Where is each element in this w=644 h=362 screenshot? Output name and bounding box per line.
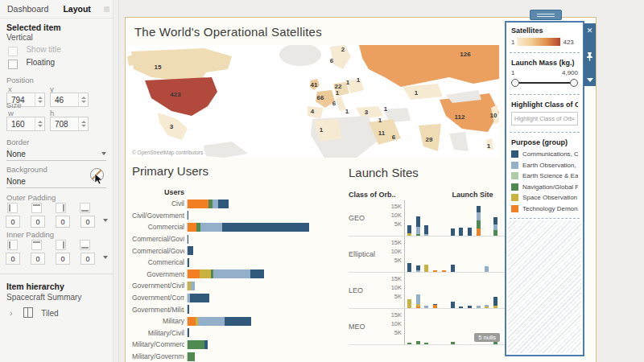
bar-segment-olive[interactable]: [407, 233, 411, 236]
pad-right-icon[interactable]: [56, 203, 66, 213]
primary-users-row[interactable]: Military: [132, 315, 348, 327]
legend-item[interactable]: Navigation/Global P..: [511, 182, 578, 193]
legend-item[interactable]: Communications, Co..: [511, 149, 578, 160]
primary-users-stacked-bar[interactable]: [187, 328, 189, 337]
stacked-bar[interactable]: [442, 270, 446, 272]
pad-left-icon[interactable]: [7, 240, 18, 250]
tab-dashboard[interactable]: Dashboard: [0, 1, 56, 17]
stacked-bar[interactable]: [407, 263, 411, 272]
bar-segment-navy[interactable]: [451, 228, 455, 236]
color-gradient-ramp[interactable]: [517, 38, 560, 46]
nulls-indicator[interactable]: 5 nulls: [474, 333, 500, 342]
position-y-value[interactable]: 46: [51, 96, 78, 105]
bar-segment-navy[interactable]: [477, 206, 481, 213]
bar-segment-lightblue[interactable]: [485, 266, 489, 272]
bar-segment-lightblue[interactable]: [416, 294, 420, 304]
pad-top-icon[interactable]: [31, 240, 42, 250]
primary-users-chart[interactable]: Primary Users Users CivilCivil/Governmen…: [132, 164, 348, 362]
stacked-bar[interactable]: [424, 265, 428, 272]
stacked-bar[interactable]: [451, 265, 455, 272]
stacked-bar[interactable]: [459, 228, 463, 236]
bar-segment-navy[interactable]: [416, 216, 420, 227]
chevron-down-icon[interactable]: [103, 256, 108, 259]
empty-container-hatch[interactable]: [508, 220, 581, 353]
bar-segment-lightblue[interactable]: [493, 224, 497, 231]
legend-filter-panel[interactable]: Satellites 1 423 Launch Mass (kg.) 1 4,9…: [505, 21, 584, 356]
bar-segment-lightblue[interactable]: [191, 282, 195, 290]
inner-padding-value-input[interactable]: 0: [80, 253, 95, 265]
primary-users-stacked-bar[interactable]: [187, 211, 188, 220]
stacked-bar[interactable]: [416, 216, 420, 236]
pin-icon[interactable]: [586, 52, 593, 61]
bar-segment-orange[interactable]: [477, 228, 481, 236]
stacked-bar[interactable]: [416, 294, 420, 308]
primary-users-stacked-bar[interactable]: [187, 340, 208, 349]
hierarchy-tiled-row[interactable]: › Tiled: [10, 305, 59, 319]
size-h-spinner[interactable]: [78, 117, 88, 130]
primary-users-stacked-bar[interactable]: [187, 258, 189, 267]
bar-segment-orange[interactable]: [188, 223, 196, 232]
legend-item[interactable]: Earth Observation, E..: [511, 160, 578, 171]
stacked-bar[interactable]: [451, 302, 455, 308]
primary-users-row[interactable]: Commerical: [132, 257, 348, 269]
bar-segment-orange[interactable]: [433, 270, 437, 272]
bar-segment-navy[interactable]: [222, 223, 309, 232]
primary-users-stacked-bar[interactable]: [187, 317, 251, 326]
class-of-orbit-header[interactable]: Class of Orb..: [349, 191, 396, 199]
primary-users-row[interactable]: Government/Milita..: [132, 303, 348, 315]
bar-segment-orange[interactable]: [188, 200, 208, 208]
close-icon[interactable]: ✕: [587, 27, 593, 35]
stacked-bar[interactable]: [468, 228, 472, 236]
primary-users-row[interactable]: Government/Comm..: [132, 292, 348, 304]
bar-segment-lightblue[interactable]: [200, 223, 222, 232]
bar-segment-navy[interactable]: [459, 306, 463, 308]
bar-segment-lightblue[interactable]: [424, 306, 428, 308]
bar-segment-lightblue[interactable]: [213, 200, 218, 208]
bar-segment-green[interactable]: [493, 230, 497, 236]
primary-users-row[interactable]: Military/Governme..: [132, 351, 348, 362]
bar-segment-lightblue[interactable]: [198, 317, 225, 326]
stacked-bar[interactable]: [493, 217, 497, 236]
bar-segment-navy[interactable]: [407, 263, 411, 272]
bar-segment-lightblue[interactable]: [213, 269, 250, 278]
panel-drag-handle[interactable]: [530, 10, 562, 20]
bar-segment-green[interactable]: [188, 340, 204, 349]
bar-segment-lightblue[interactable]: [416, 227, 420, 234]
primary-users-stacked-bar[interactable]: [187, 269, 264, 278]
pad-right-icon[interactable]: [56, 240, 66, 250]
pad-left-icon[interactable]: [7, 203, 18, 213]
bar-segment-olive[interactable]: [485, 306, 489, 308]
primary-users-row[interactable]: Government: [132, 269, 348, 281]
bar-segment-lightblue[interactable]: [477, 212, 481, 220]
stacked-bar[interactable]: [468, 306, 472, 308]
inner-padding-value-input[interactable]: 0: [56, 253, 70, 265]
bar-segment-navy[interactable]: [424, 225, 428, 234]
border-dropdown[interactable]: None: [6, 147, 106, 161]
primary-users-row[interactable]: Commercial/Govern..: [132, 245, 348, 257]
floating-checkbox[interactable]: [8, 60, 18, 69]
outer-padding-value-input[interactable]: 0: [31, 216, 45, 228]
bar-segment-navy[interactable]: [225, 317, 251, 326]
primary-users-row[interactable]: Military/Civil: [132, 327, 348, 339]
bar-segment-navy[interactable]: [451, 302, 455, 308]
primary-users-row[interactable]: Military/Commercial: [132, 339, 348, 351]
bar-segment-lightblue[interactable]: [477, 306, 481, 308]
stacked-bar[interactable]: [485, 305, 489, 308]
slider-handle-max[interactable]: [570, 79, 578, 87]
satellite-choropleth-map[interactable]: 154233126264122116616413111111629112101 …: [127, 45, 499, 158]
size-w-spinner[interactable]: [35, 117, 44, 130]
bar-segment-navy[interactable]: [250, 269, 264, 278]
bar-segment-navy[interactable]: [459, 228, 463, 236]
bar-segment-navy[interactable]: [493, 297, 497, 306]
primary-users-stacked-bar[interactable]: [187, 235, 188, 244]
size-w-input[interactable]: 160: [6, 117, 45, 131]
size-h-value[interactable]: 708: [51, 120, 78, 129]
bar-segment-lightblue[interactable]: [416, 270, 420, 272]
bar-segment-navy[interactable]: [188, 258, 189, 267]
bar-segment-navy[interactable]: [188, 211, 188, 220]
legend-item[interactable]: Earth Science & Eart..: [511, 171, 578, 182]
bar-segment-orange[interactable]: [433, 305, 437, 308]
chevron-down-icon[interactable]: [587, 78, 593, 82]
stacked-bar[interactable]: [493, 297, 497, 308]
slider-track[interactable]: [514, 82, 576, 84]
